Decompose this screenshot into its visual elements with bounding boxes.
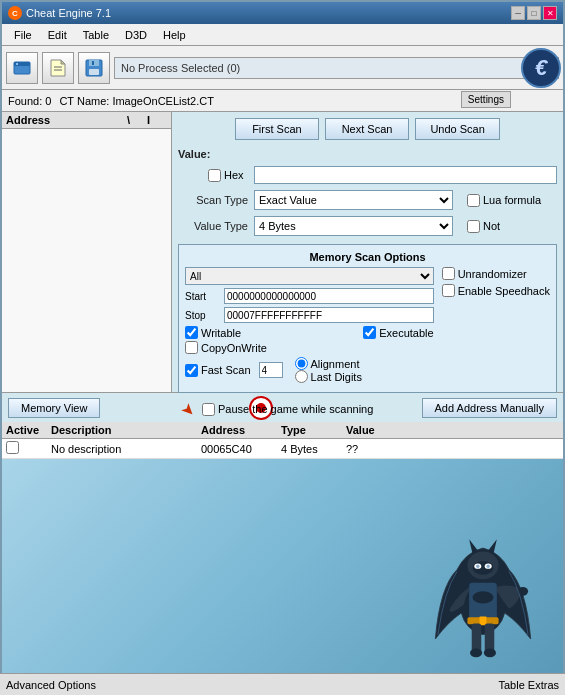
fastscan-input[interactable] bbox=[259, 362, 283, 378]
alignment-label[interactable]: Alignment bbox=[295, 357, 362, 370]
mem-scan-title: Memory Scan Options bbox=[185, 251, 550, 263]
unrandomizer-checkbox[interactable] bbox=[442, 267, 455, 280]
row-type: 4 Bytes bbox=[281, 443, 346, 455]
pause-checkbox[interactable] bbox=[202, 403, 215, 416]
status-left[interactable]: Advanced Options bbox=[6, 679, 96, 691]
writable-label[interactable]: Writable bbox=[185, 326, 241, 339]
hex-value-row: Hex bbox=[208, 166, 557, 184]
statusbar: Advanced Options Table Extras bbox=[0, 673, 565, 695]
ce-logo: € bbox=[521, 48, 561, 88]
addr-col-b2: I bbox=[147, 114, 167, 126]
lua-formula-text: Lua formula bbox=[483, 194, 541, 206]
fastscan-row: Fast Scan Alignment Last Digits bbox=[185, 357, 434, 383]
start-input[interactable] bbox=[224, 288, 434, 304]
row-active bbox=[6, 441, 51, 456]
alignment-radio[interactable] bbox=[295, 357, 308, 370]
hex-label: Hex bbox=[224, 169, 244, 181]
alignment-options: Alignment Last Digits bbox=[295, 357, 362, 383]
value-type-row: Value Type 4 Bytes Not bbox=[178, 216, 557, 236]
copyonwrite-row: CopyOnWrite bbox=[185, 341, 434, 354]
menubar: File Edit Table D3D Help bbox=[2, 24, 563, 46]
first-scan-button[interactable]: First Scan bbox=[235, 118, 319, 140]
executable-text: Executable bbox=[379, 327, 433, 339]
open-process-button[interactable] bbox=[6, 52, 38, 84]
table-row[interactable]: No description 00065C40 4 Bytes ?? bbox=[2, 439, 563, 459]
not-label[interactable]: Not bbox=[467, 220, 557, 233]
fastscan-text: Fast Scan bbox=[201, 364, 251, 376]
scan-buttons: First Scan Next Scan Undo Scan bbox=[178, 118, 557, 140]
process-bar[interactable]: No Process Selected (0) bbox=[114, 57, 559, 79]
region-select[interactable]: All bbox=[185, 267, 434, 285]
executable-checkbox[interactable] bbox=[363, 326, 376, 339]
value-input[interactable] bbox=[254, 166, 557, 184]
speedhack-checkbox[interactable] bbox=[442, 284, 455, 297]
ct-name: CT Name: ImageOnCEList2.CT bbox=[59, 95, 213, 107]
maximize-button[interactable]: □ bbox=[527, 6, 541, 20]
addr-col-header: Address bbox=[6, 114, 127, 126]
not-checkbox[interactable] bbox=[467, 220, 480, 233]
speedhack-label[interactable]: Enable Speedhack bbox=[442, 284, 550, 297]
lastdigits-radio[interactable] bbox=[295, 370, 308, 383]
svg-rect-9 bbox=[89, 69, 99, 75]
svg-point-2 bbox=[16, 63, 18, 65]
stop-input[interactable] bbox=[224, 307, 434, 323]
titlebar: C Cheat Engine 7.1 ─ □ ✕ bbox=[2, 2, 563, 24]
row-desc: No description bbox=[51, 443, 201, 455]
mem-scan-left: All Start Stop bbox=[185, 267, 434, 386]
start-row: Start bbox=[185, 288, 434, 304]
row-addr: 00065C40 bbox=[201, 443, 281, 455]
next-scan-button[interactable]: Next Scan bbox=[325, 118, 410, 140]
col-desc-header: Description bbox=[51, 424, 201, 436]
undo-scan-button[interactable]: Undo Scan bbox=[415, 118, 499, 140]
unrandomizer-label[interactable]: Unrandomizer bbox=[442, 267, 550, 280]
process-label: No Process Selected (0) bbox=[121, 62, 240, 74]
lua-formula-label[interactable]: Lua formula bbox=[467, 194, 557, 207]
close-button[interactable]: ✕ bbox=[543, 6, 557, 20]
fastscan-label[interactable]: Fast Scan bbox=[185, 364, 251, 377]
alignment-text: Alignment bbox=[311, 358, 360, 370]
scan-type-select[interactable]: Exact Value bbox=[254, 190, 453, 210]
executable-label[interactable]: Executable bbox=[363, 326, 433, 339]
save-button[interactable] bbox=[78, 52, 110, 84]
menu-help[interactable]: Help bbox=[155, 24, 194, 45]
not-text: Not bbox=[483, 220, 500, 232]
writable-checkbox[interactable] bbox=[185, 326, 198, 339]
value-type-select[interactable]: 4 Bytes bbox=[254, 216, 453, 236]
writable-text: Writable bbox=[201, 327, 241, 339]
pointer-icon[interactable]: ➤ bbox=[178, 399, 198, 419]
copyonwrite-label[interactable]: CopyOnWrite bbox=[185, 341, 267, 354]
open-file-button[interactable] bbox=[42, 52, 74, 84]
copyonwrite-checkbox[interactable] bbox=[185, 341, 198, 354]
pause-label[interactable]: Pause the game while scanning bbox=[202, 403, 373, 416]
memory-view-button[interactable]: Memory View bbox=[8, 398, 100, 418]
menu-table[interactable]: Table bbox=[75, 24, 117, 45]
svg-rect-10 bbox=[92, 61, 94, 65]
mem-scan-content: All Start Stop bbox=[185, 267, 550, 386]
menu-d3d[interactable]: D3D bbox=[117, 24, 155, 45]
app-icon: C bbox=[8, 6, 22, 20]
hex-check-label[interactable]: Hex bbox=[208, 169, 244, 182]
col-type-header: Type bbox=[281, 424, 346, 436]
memory-scan-options: Memory Scan Options All Start bbox=[178, 244, 557, 393]
value-type-label: Value Type bbox=[178, 220, 248, 232]
scan-panel: First Scan Next Scan Undo Scan Value: He… bbox=[172, 112, 563, 392]
scan-type-row: Scan Type Exact Value Lua formula bbox=[178, 190, 557, 210]
svg-marker-4 bbox=[61, 60, 65, 64]
speedhack-text: Enable Speedhack bbox=[458, 285, 550, 297]
lua-formula-checkbox[interactable] bbox=[467, 194, 480, 207]
status-right[interactable]: Table Extras bbox=[498, 679, 559, 691]
address-header: Address \ I bbox=[2, 112, 171, 129]
row-val: ?? bbox=[346, 443, 559, 455]
menu-file[interactable]: File bbox=[6, 24, 40, 45]
settings-button[interactable]: Settings bbox=[461, 91, 511, 108]
value-label: Value: bbox=[178, 148, 218, 160]
right-checks: Unrandomizer Enable Speedhack bbox=[442, 267, 550, 386]
row-active-checkbox[interactable] bbox=[6, 441, 19, 454]
fastscan-checkbox[interactable] bbox=[185, 364, 198, 377]
menu-edit[interactable]: Edit bbox=[40, 24, 75, 45]
minimize-button[interactable]: ─ bbox=[511, 6, 525, 20]
svg-point-18 bbox=[486, 564, 489, 567]
svg-point-25 bbox=[470, 649, 482, 658]
lastdigits-label[interactable]: Last Digits bbox=[295, 370, 362, 383]
hex-checkbox[interactable] bbox=[208, 169, 221, 182]
